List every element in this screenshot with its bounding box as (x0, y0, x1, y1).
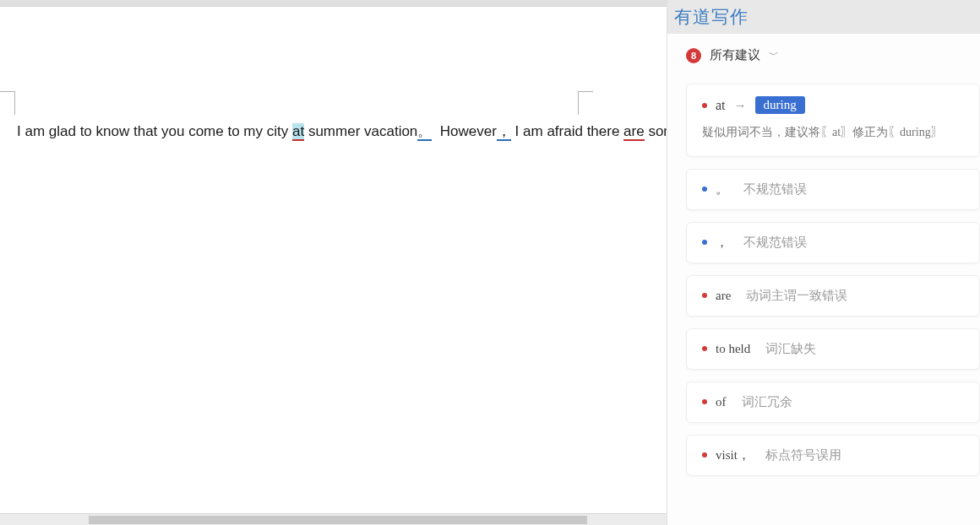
suggestions-summary[interactable]: 8 所有建议 ﹀ (686, 47, 980, 63)
bullet-icon (702, 399, 707, 404)
text-run[interactable]: I am glad to know that you come to my ci… (17, 123, 292, 139)
suggestion-card[interactable]: ，不规范错误 (686, 222, 980, 263)
original-word: to held (716, 342, 750, 356)
error-are[interactable]: are (623, 123, 645, 141)
suggestions-label: 所有建议 (710, 47, 760, 63)
suggestions-count-badge: 8 (686, 48, 701, 63)
editor-top-bar (0, 0, 667, 7)
suggestion-explanation: 疑似用词不当，建议将〖at〗修正为〖during〗 (702, 124, 969, 141)
original-word: ， (716, 235, 728, 251)
suggestion-card-line: 。不规范错误 (702, 181, 969, 198)
suggestion-card-line: visit，标点符号误用 (702, 447, 969, 463)
suggestion-card-line: at → during (702, 96, 969, 114)
suggestion-card[interactable]: visit，标点符号误用 (686, 435, 980, 476)
horizontal-scrollbar-thumb[interactable] (89, 516, 587, 524)
bullet-icon (702, 187, 707, 192)
document-text[interactable]: I am glad to know that you come to my ci… (0, 87, 596, 143)
margin-marker-right (578, 91, 593, 115)
editor-pane: I am glad to know that you come to my ci… (0, 0, 667, 525)
suggestion-card[interactable]: to held词汇缺失 (686, 328, 980, 370)
replacement-pill[interactable]: during (755, 96, 805, 114)
text-run[interactable]: some bad news. I am planning to particip… (645, 123, 667, 139)
suggestion-desc: 不规范错误 (743, 181, 807, 198)
error-at[interactable]: at (292, 123, 304, 141)
margin-marker-left (0, 91, 15, 115)
original-word: of (716, 395, 727, 409)
suggestion-card-line: to held词汇缺失 (702, 341, 969, 357)
bullet-icon (702, 240, 707, 245)
suggestion-card-line: of词汇冗余 (702, 394, 969, 410)
suggestion-card[interactable]: 。不规范错误 (686, 169, 980, 210)
suggestion-card[interactable]: are动词主谓一致错误 (686, 275, 980, 317)
original-word: visit， (716, 447, 750, 463)
chevron-down-icon: ﹀ (769, 48, 779, 62)
error-comma-cn[interactable]: ， (497, 123, 511, 141)
horizontal-scrollbar[interactable] (0, 513, 667, 525)
editor-scroll-area[interactable]: I am glad to know that you come to my ci… (0, 7, 667, 513)
panel-title: 有道写作 (667, 0, 980, 34)
text-run[interactable]: I am afraid there (511, 123, 623, 139)
suggestion-card-line: ，不规范错误 (702, 235, 969, 251)
arrow-right-icon: → (734, 98, 747, 112)
panel-body: 8 所有建议 ﹀ at → during 疑似用词不当，建议将〖at〗修正为〖d… (667, 34, 980, 525)
original-word: are (716, 289, 731, 303)
bullet-icon (702, 452, 707, 457)
suggestion-desc: 标点符号误用 (765, 447, 841, 463)
text-run[interactable]: However (432, 123, 497, 139)
bullet-icon (702, 103, 707, 108)
suggestion-desc: 词汇冗余 (742, 394, 792, 410)
suggestion-desc: 不规范错误 (743, 235, 807, 251)
text-run[interactable]: summer vacation (304, 123, 417, 139)
bullet-icon (702, 293, 707, 298)
bullet-icon (702, 346, 707, 351)
suggestions-panel: 有道写作 8 所有建议 ﹀ at → during 疑似用词不当，建议将〖at〗… (667, 0, 980, 525)
suggestion-card-primary[interactable]: at → during 疑似用词不当，建议将〖at〗修正为〖during〗 (686, 84, 980, 157)
original-word: 。 (716, 181, 728, 198)
suggestion-card-line: are动词主谓一致错误 (702, 288, 969, 304)
error-period-cn[interactable]: 。 (417, 123, 432, 141)
original-word: at (716, 98, 726, 113)
suggestion-desc: 动词主谓一致错误 (746, 288, 847, 304)
suggestion-card[interactable]: of词汇冗余 (686, 382, 980, 423)
suggestion-list: 。不规范错误，不规范错误are动词主谓一致错误to held词汇缺失of词汇冗余… (686, 169, 980, 476)
suggestion-desc: 词汇缺失 (765, 341, 816, 357)
